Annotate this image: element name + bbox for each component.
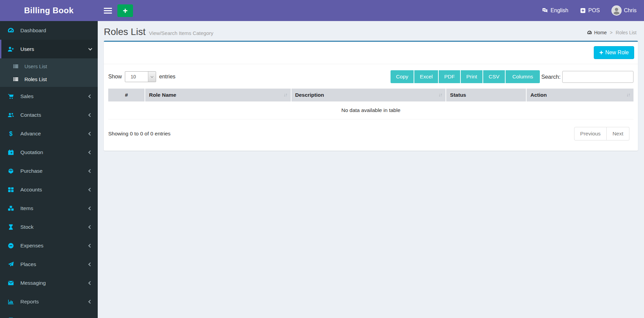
cubes-icon — [7, 205, 17, 212]
entries-label: entries — [159, 74, 175, 80]
chevron-left-icon — [88, 94, 92, 98]
previous-page-button[interactable]: Previous — [574, 127, 607, 141]
table-toolbar: Show 10 entries Copy Excel PDF Print CSV… — [108, 70, 633, 83]
sidebar: Dashboard Users Users List Roles List Sa… — [0, 21, 98, 318]
column-header-description[interactable]: ↓↑ Description — [291, 89, 446, 101]
search-label: Search: — [541, 74, 561, 80]
sidebar-item-accounts[interactable]: Accounts — [0, 180, 98, 199]
sidebar-item-advance[interactable]: Advance — [0, 124, 98, 143]
sidebar-item-warehouse[interactable]: Warehouse — [0, 311, 98, 318]
top-navbar: Billing Book + English POS Chris — [0, 0, 644, 21]
sidebar-item-items[interactable]: Items — [0, 199, 98, 218]
search-group: Search: — [541, 71, 633, 83]
content-header: Roles List View/Search Items Category Ho… — [98, 21, 644, 40]
language-menu[interactable]: English — [542, 7, 568, 14]
submenu-item-users-list[interactable]: Users List — [0, 60, 98, 73]
chevron-left-icon — [88, 150, 92, 154]
pagination: Previous Next — [574, 127, 629, 141]
table-header-row: # ↓↑ Role Name ↓↑ Description Status — [108, 89, 633, 101]
roles-table: # ↓↑ Role Name ↓↑ Description Status — [108, 89, 633, 119]
sort-icon: ↓↑ — [626, 92, 630, 97]
sidebar-item-stock[interactable]: Stock — [0, 218, 98, 236]
language-icon — [542, 7, 548, 14]
breadcrumb-separator: > — [610, 30, 612, 35]
hourglass-icon — [7, 224, 17, 230]
pdf-button[interactable]: PDF — [439, 70, 460, 83]
chevron-down-icon — [88, 46, 92, 50]
sidebar-item-users[interactable]: Users — [0, 40, 98, 58]
column-header-action[interactable]: ↓↑ Action — [526, 89, 633, 101]
sidebar-item-quotation[interactable]: Quotation — [0, 143, 98, 162]
copy-button[interactable]: Copy — [391, 70, 414, 83]
column-header-status[interactable]: Status — [446, 89, 526, 101]
sort-icon: ↓↑ — [284, 92, 287, 97]
chevron-left-icon — [88, 113, 92, 117]
plus-icon: + — [599, 50, 603, 55]
list-icon — [13, 63, 22, 69]
sidebar-item-sales[interactable]: Sales — [0, 87, 98, 106]
sidebar-item-dashboard[interactable]: Dashboard — [0, 21, 98, 40]
column-header-index[interactable]: # — [108, 89, 145, 101]
entries-summary: Showing 0 to 0 of 0 entries — [108, 131, 171, 137]
quick-add-button[interactable]: + — [117, 4, 133, 17]
length-menu: Show 10 entries — [108, 71, 175, 82]
hamburger-icon — [104, 8, 112, 9]
search-input[interactable] — [562, 71, 633, 83]
chevron-left-icon — [88, 300, 92, 303]
sort-icon: ↓↑ — [438, 92, 442, 97]
users-submenu: Users List Roles List — [0, 58, 98, 87]
roles-panel: + New Role Show 10 entries Copy Excel — [104, 41, 638, 151]
cube-icon — [7, 168, 17, 174]
pos-button[interactable]: POS — [580, 7, 600, 14]
next-page-button[interactable]: Next — [607, 127, 629, 141]
sidebar-item-places[interactable]: Places — [0, 255, 98, 274]
show-label: Show — [108, 74, 122, 80]
user-plus-icon — [7, 46, 17, 53]
users-icon — [7, 112, 17, 118]
chevron-left-icon — [88, 188, 92, 191]
app-logo[interactable]: Billing Book — [0, 0, 98, 21]
column-header-role-name[interactable]: ↓↑ Role Name — [145, 89, 291, 101]
panel-header: + New Role — [104, 42, 638, 64]
breadcrumb-current: Roles List — [616, 30, 637, 35]
navbar-left: + — [98, 0, 133, 21]
shopping-cart-icon — [7, 93, 17, 100]
panel-body: Show 10 entries Copy Excel PDF Print CSV… — [104, 64, 638, 141]
chevron-left-icon — [88, 281, 92, 285]
breadcrumb: Home > Roles List — [587, 30, 637, 35]
chevron-left-icon — [88, 206, 92, 210]
building-icon — [7, 317, 17, 318]
new-role-button[interactable]: + New Role — [594, 46, 634, 59]
tachometer-icon — [7, 27, 17, 34]
sidebar-toggle-button[interactable] — [104, 5, 112, 16]
page-subtitle: View/Search Items Category — [149, 30, 213, 36]
sidebar-item-contacts[interactable]: Contacts — [0, 106, 98, 124]
submenu-item-roles-list[interactable]: Roles List — [0, 73, 98, 86]
empty-table-row: No data available in table — [108, 101, 633, 119]
empty-message: No data available in table — [108, 101, 633, 119]
sidebar-item-purchase[interactable]: Purchase — [0, 162, 98, 180]
username: Chris — [624, 7, 637, 14]
user-menu[interactable]: Chris — [611, 5, 637, 16]
print-button[interactable]: Print — [461, 70, 482, 83]
envelope-icon — [7, 280, 17, 286]
export-button-group: Copy Excel PDF Print CSV Columns — [391, 70, 540, 83]
avatar — [611, 5, 622, 16]
minus-circle-icon — [7, 242, 17, 249]
excel-button[interactable]: Excel — [414, 70, 438, 83]
navbar-right: English POS Chris — [542, 0, 644, 21]
plus-square-icon — [580, 7, 586, 14]
language-label: English — [550, 7, 568, 14]
list-icon — [13, 76, 22, 82]
sidebar-item-expenses[interactable]: Expenses — [0, 236, 98, 255]
chevron-left-icon — [88, 262, 92, 266]
entries-per-page-select[interactable]: 10 — [125, 71, 156, 82]
chevron-left-icon — [88, 225, 92, 229]
csv-button[interactable]: CSV — [483, 70, 505, 83]
columns-button[interactable]: Columns — [506, 70, 540, 83]
dashboard-icon — [587, 30, 592, 35]
grid-icon — [7, 186, 17, 193]
breadcrumb-home-link[interactable]: Home — [587, 30, 607, 35]
sidebar-item-messaging[interactable]: Messaging — [0, 274, 98, 292]
sidebar-item-reports[interactable]: Reports — [0, 292, 98, 311]
